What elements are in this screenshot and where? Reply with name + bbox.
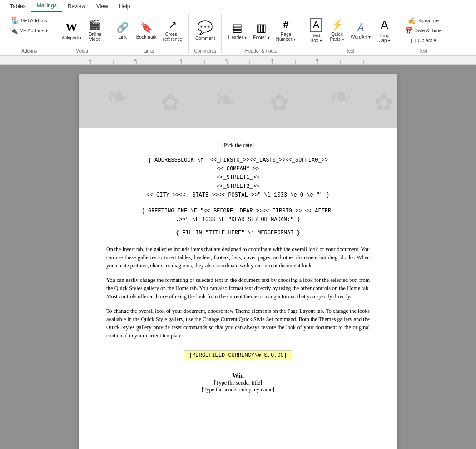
tab-tables[interactable]: Tables bbox=[5, 1, 31, 12]
online-video-button[interactable]: 🎬 OnlineVideo bbox=[85, 17, 105, 44]
group-text2: ✍ Signature 📅 Date & Time ◻ Object ▾ Tex… bbox=[398, 14, 448, 54]
signature-line-button[interactable]: ✍ Signature bbox=[405, 16, 441, 25]
cross-reference-button[interactable]: ↗ Cross -reference bbox=[160, 17, 185, 44]
address-block[interactable]: { ADDRESSBLOCK \f "<<_FIRST0_>><<_LAST0_… bbox=[106, 156, 370, 200]
svg-text:6: 6 bbox=[316, 58, 318, 62]
page: ❧ ✿ ❧ ✿ ❧ ✿ WIN [Type the sender company… bbox=[79, 74, 397, 449]
wikipedia-label: Wikipedia bbox=[61, 35, 81, 40]
comments-group-label: Comments bbox=[194, 47, 216, 54]
text-group-label: Text bbox=[346, 47, 354, 54]
header-icon: ▤ bbox=[232, 21, 243, 34]
quick-parts-label: QuickParts ▾ bbox=[330, 32, 344, 42]
svg-text:❧: ❧ bbox=[215, 85, 236, 113]
signature-company[interactable]: [Type the sender company name] bbox=[106, 386, 370, 393]
fill-in-field[interactable]: { FILLIN "TITLE HERE" \* MERGEFORMAT } bbox=[106, 230, 370, 236]
footer-button[interactable]: ▥ Footer ▾ bbox=[250, 20, 273, 42]
ruler: 1 2 3 4 5 6 bbox=[0, 56, 476, 65]
address-block-text: { ADDRESSBLOCK \f "<<_FIRST0_>><<_LAST0_… bbox=[146, 157, 329, 198]
header-label: Header ▾ bbox=[228, 35, 247, 40]
tab-help[interactable]: Help bbox=[114, 1, 136, 12]
online-video-label: OnlineVideo bbox=[88, 32, 101, 42]
object-icon: ◻ bbox=[411, 37, 416, 44]
header-decoration: ❧ ✿ ❧ ✿ ❧ ✿ WIN [Type the sender company… bbox=[79, 74, 397, 128]
cross-reference-label: Cross -reference bbox=[163, 32, 182, 42]
fill-in-text: { FILLIN "TITLE HERE" \* MERGEFORMAT } bbox=[176, 230, 300, 236]
bookmark-button[interactable]: 🔖 Bookmark bbox=[134, 20, 159, 41]
footer-icon: ▥ bbox=[256, 21, 267, 34]
svg-text:2: 2 bbox=[134, 58, 137, 62]
header-footer-group-label: Header & Footer bbox=[245, 47, 279, 54]
command-ribbon: 🏪 Get Add-ins 🔌 My Add-ins ▾ Add-ins W W… bbox=[0, 12, 476, 56]
header-button[interactable]: ▤ Header ▾ bbox=[225, 20, 249, 42]
page-number-label: PageNumber ▾ bbox=[276, 32, 296, 42]
signature-block: Win [Type the sender title] [Type the se… bbox=[106, 372, 370, 393]
wikipedia-button[interactable]: W Wikipedia bbox=[59, 19, 84, 42]
group-media: W Wikipedia 🎬 OnlineVideo Media bbox=[55, 14, 109, 54]
object-button[interactable]: ◻ Object ▾ bbox=[408, 36, 439, 45]
tab-review[interactable]: Review bbox=[62, 1, 91, 12]
tab-mailings[interactable]: Mailings bbox=[31, 0, 62, 12]
doc-body: [Pick the date] { ADDRESSBLOCK \f "<<_FI… bbox=[79, 128, 397, 407]
quick-parts-button[interactable]: ⚡ QuickParts ▾ bbox=[327, 17, 347, 44]
page-number-button[interactable]: # PageNumber ▾ bbox=[273, 17, 298, 44]
document-area: ❧ ✿ ❧ ✿ ❧ ✿ WIN [Type the sender company… bbox=[0, 65, 476, 449]
online-video-icon: 🎬 bbox=[89, 19, 101, 31]
text-box-button[interactable]: A TextBox ▾ bbox=[306, 16, 326, 45]
object-label: Object ▾ bbox=[418, 38, 436, 44]
media-group-label: Media bbox=[76, 47, 88, 54]
signature-label: Signature bbox=[417, 18, 439, 23]
ribbon-tabs: Tables Mailings Review View Help bbox=[0, 0, 476, 12]
text2-group-label: Text bbox=[419, 47, 427, 54]
signature-title[interactable]: [Type the sender title] bbox=[106, 380, 370, 386]
svg-text:✿: ✿ bbox=[374, 90, 393, 115]
merge-field-container: {MERGEFIELD CURRENCY\# $,0.00} bbox=[106, 346, 370, 365]
cross-reference-icon: ↗ bbox=[169, 19, 177, 31]
group-text: A TextBox ▾ ⚡ QuickParts ▾ Ā WordArt ▾ A… bbox=[302, 14, 398, 54]
get-add-ins-label: Get Add-ins bbox=[21, 18, 47, 23]
svg-text:❧: ❧ bbox=[329, 81, 352, 112]
svg-text:✿: ✿ bbox=[161, 90, 180, 115]
greeting-line[interactable]: { GREETINGLINE \F "<<_BEFORE_ DEAR >><<_… bbox=[106, 207, 370, 224]
date-time-button[interactable]: 📅 Date & Time bbox=[402, 26, 445, 35]
svg-text:❧: ❧ bbox=[106, 81, 129, 112]
comment-label: Comment bbox=[195, 36, 215, 41]
bookmark-icon: 🔖 bbox=[140, 22, 153, 34]
add-ins-group-label: Add-ins bbox=[21, 47, 37, 54]
my-add-ins-button[interactable]: 🔌 My Add-ins ▾ bbox=[7, 26, 51, 35]
svg-text:✿: ✿ bbox=[270, 90, 289, 115]
comment-icon: 💬 bbox=[197, 20, 213, 35]
merge-field[interactable]: {MERGEFIELD CURRENCY\# $,0.00} bbox=[184, 350, 292, 360]
date-time-label: Date & Time bbox=[414, 28, 442, 33]
drop-cap-button[interactable]: A DropCap ▾ bbox=[374, 16, 394, 45]
tab-view[interactable]: View bbox=[91, 1, 114, 12]
body-paragraph-2: You can easily change the formatting of … bbox=[106, 276, 370, 301]
link-label: Link bbox=[119, 35, 127, 39]
group-header-footer: ▤ Header ▾ ▥ Footer ▾ # PageNumber ▾ Hea… bbox=[222, 14, 302, 54]
svg-text:3: 3 bbox=[180, 58, 182, 62]
wordart-icon: Ā bbox=[357, 22, 364, 34]
links-group-label: Links bbox=[144, 47, 154, 54]
wordart-button[interactable]: Ā WordArt ▾ bbox=[348, 20, 373, 41]
wikipedia-icon: W bbox=[65, 21, 77, 35]
group-add-ins: 🏪 Get Add-ins 🔌 My Add-ins ▾ Add-ins bbox=[4, 14, 55, 54]
footer-label: Footer ▾ bbox=[253, 35, 270, 40]
link-button[interactable]: 🔗 Link bbox=[113, 20, 133, 41]
bookmark-label: Bookmark bbox=[136, 35, 157, 39]
add-ins-icon: 🏪 bbox=[11, 17, 19, 24]
link-icon: 🔗 bbox=[116, 22, 129, 34]
body-paragraph-1: On the Insert tab, the galleries include… bbox=[106, 245, 370, 270]
svg-text:1: 1 bbox=[89, 58, 91, 62]
my-add-ins-icon: 🔌 bbox=[10, 27, 18, 34]
date-time-icon: 📅 bbox=[405, 27, 412, 34]
drop-cap-label: DropCap ▾ bbox=[378, 33, 390, 43]
text-box-icon: A bbox=[310, 18, 322, 32]
svg-text:5: 5 bbox=[271, 58, 273, 62]
get-add-ins-button[interactable]: 🏪 Get Add-ins bbox=[9, 16, 50, 25]
signature-name: Win bbox=[106, 372, 370, 380]
comment-button[interactable]: 💬 Comment bbox=[193, 18, 218, 43]
date-field[interactable]: [Pick the date] bbox=[106, 142, 370, 149]
page-number-icon: # bbox=[283, 19, 288, 31]
signature-icon: ✍ bbox=[408, 17, 416, 24]
my-add-ins-label: My Add-ins ▾ bbox=[20, 28, 48, 34]
wordart-label: WordArt ▾ bbox=[351, 35, 371, 39]
